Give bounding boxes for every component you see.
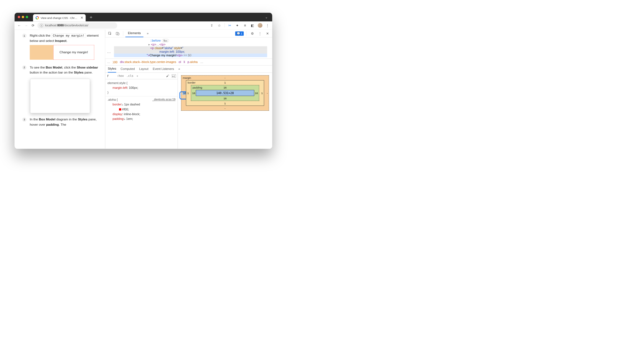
step-3: 3 In the Box Model diagram in the Styles… xyxy=(22,117,100,127)
url-host: localhost:8080/docs/devtools/css/ xyxy=(45,24,88,27)
computed-sidebar-icon[interactable]: ▶❙ xyxy=(172,74,176,78)
docs-pane: 1 Right-click the Change my margin! elem… xyxy=(14,30,105,149)
box-model-pane: margin - - 100 - border 1 1 1 1 xyxy=(178,73,272,149)
close-window-icon[interactable] xyxy=(18,16,20,18)
demo-margin-wrap: Change my margin! xyxy=(30,45,94,60)
tab-styles[interactable]: Styles xyxy=(108,65,116,73)
tab-layout[interactable]: Layout xyxy=(139,65,148,73)
back-icon[interactable]: ← xyxy=(17,23,22,28)
close-tab-icon[interactable]: ✕ xyxy=(80,16,83,20)
browser-tab[interactable]: View and change CSS - Chrome ✕ xyxy=(33,14,86,21)
demo-element[interactable]: Change my margin! xyxy=(53,45,94,60)
issues-badge[interactable]: 💬 1 xyxy=(235,31,244,36)
more-styles-tabs-icon[interactable]: » xyxy=(178,65,180,73)
kebab-menu-icon[interactable]: ⋮ xyxy=(257,30,263,37)
tab-search-icon[interactable]: ⌄ xyxy=(265,15,268,19)
step-number: 3 xyxy=(22,117,27,122)
menu-icon[interactable]: ⋮ xyxy=(265,23,270,28)
inspect-icon[interactable] xyxy=(107,30,113,37)
side-panel-icon[interactable]: ◧ xyxy=(250,23,255,28)
devtools-tab-bar: Elements » 💬 1 ⚙ ⋮ ✕ xyxy=(105,30,272,37)
box-model-content[interactable]: 140.531×28 xyxy=(196,90,254,96)
dom-ellipsis-icon[interactable]: ⋯ xyxy=(107,50,111,55)
settings-icon[interactable]: ⚙ xyxy=(249,30,256,37)
maximize-window-icon[interactable] xyxy=(26,16,28,18)
styles-tab-bar: Styles Computed Layout Event Listeners » xyxy=(105,65,272,73)
tab-strip: View and change CSS - Chrome ✕ ＋ ⌄ xyxy=(14,13,272,21)
brush-icon[interactable]: 🖌 xyxy=(166,74,169,77)
extensions-icon[interactable]: ✦ xyxy=(235,23,240,28)
new-tab-button[interactable]: ＋ xyxy=(89,14,93,20)
hov-toggle[interactable]: :hov xyxy=(117,74,124,77)
reading-list-icon[interactable]: ≡ xyxy=(243,23,248,28)
box-model-border[interactable]: border 1 1 1 1 padding 16 16 16 16 xyxy=(186,80,264,106)
profile-avatar[interactable] xyxy=(258,23,263,28)
chrome-favicon xyxy=(36,16,39,19)
code-chip: Change my margin! xyxy=(51,33,86,38)
step-number: 2 xyxy=(22,65,27,70)
screenshot-thumbnail xyxy=(30,79,90,113)
scissors-icon[interactable]: ✂ xyxy=(227,23,232,28)
svg-rect-2 xyxy=(118,33,119,35)
css-rules[interactable]: element.style { margin-left: 100px; } .a… xyxy=(105,79,178,123)
address-bar[interactable]: i localhost:8080/docs/devtools/css/ xyxy=(37,22,117,29)
window-controls[interactable] xyxy=(18,16,28,18)
box-model-padding[interactable]: padding 16 16 16 16 140.531×28 xyxy=(191,85,259,101)
color-swatch[interactable] xyxy=(119,108,121,111)
breadcrumb[interactable]: … ⟩00 div.stack.stack--block.type.center… xyxy=(105,59,272,65)
bookmark-icon[interactable]: ☆ xyxy=(217,23,222,28)
flex-badge[interactable]: flex xyxy=(162,39,169,42)
step-1: 1 Right-click the Change my margin! elem… xyxy=(22,33,100,61)
tab-computed[interactable]: Computed xyxy=(120,65,135,73)
tab-event-listeners[interactable]: Event Listeners xyxy=(153,65,174,73)
device-toggle-icon[interactable] xyxy=(114,30,121,37)
styles-filter-bar: F :hov .cls ＋ 🖌 ▶❙ xyxy=(105,73,178,79)
reload-icon[interactable]: ⟳ xyxy=(31,23,36,28)
dom-tree[interactable]: ⋯ ::beforeflex ▸ <p>…</p> <p class="aloh… xyxy=(105,37,272,59)
forward-icon[interactable]: → xyxy=(24,23,29,28)
cls-toggle[interactable]: .cls xyxy=(127,74,133,77)
source-link[interactable]: _devtools.scss:19 xyxy=(152,97,175,102)
tab-elements[interactable]: Elements xyxy=(125,30,143,37)
selected-dom-node[interactable]: <p class="aloha" style=" xyxy=(114,46,267,50)
box-model-margin[interactable]: margin - - 100 - border 1 1 1 1 xyxy=(181,75,269,111)
filter-input[interactable]: F xyxy=(107,74,114,78)
devtools-panel: Elements » 💬 1 ⚙ ⋮ ✕ ⋯ ::beforeflex ▸ <p… xyxy=(105,30,272,149)
divider xyxy=(224,23,225,27)
minimize-window-icon[interactable] xyxy=(22,16,24,18)
site-info-icon[interactable]: i xyxy=(40,24,43,27)
step-2: 2 To see the Box Model, click the Show s… xyxy=(22,65,100,75)
close-devtools-icon[interactable]: ✕ xyxy=(264,30,271,37)
browser-window: View and change CSS - Chrome ✕ ＋ ⌄ ← → ⟳… xyxy=(14,13,272,149)
new-rule-icon[interactable]: ＋ xyxy=(136,74,139,78)
share-icon[interactable]: ⇪ xyxy=(209,23,214,28)
browser-toolbar: ← → ⟳ i localhost:8080/docs/devtools/css… xyxy=(14,21,272,30)
more-tabs-icon[interactable]: » xyxy=(145,30,151,37)
tab-title: View and change CSS - Chrome xyxy=(41,16,79,19)
step-number: 1 xyxy=(22,34,27,38)
